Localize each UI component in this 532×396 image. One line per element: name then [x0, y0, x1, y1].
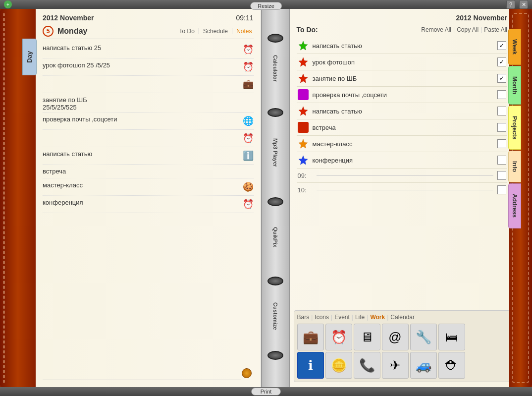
tab-todo[interactable]: To Do: [177, 27, 196, 35]
alarm-icon: ⏰: [243, 44, 254, 55]
icon-coin[interactable]: 🪙: [325, 352, 352, 379]
spine-label-mp3[interactable]: Mp3 Player: [262, 123, 289, 182]
ring-mid2: [267, 197, 283, 206]
star-green-icon: [298, 40, 309, 51]
spine-label-calculator[interactable]: Calculator: [262, 44, 289, 93]
todo-item-text: мастер-класс: [313, 140, 494, 148]
icon-helmet[interactable]: ⛑: [438, 352, 465, 379]
bar-tab-bars[interactable]: Bars: [297, 314, 310, 321]
icons-bar: Bars | Icons | Event | Life | Work | Cal…: [294, 310, 511, 382]
todo-item-text: проверка почты ,соцсети: [313, 91, 494, 99]
spine-label-customize[interactable]: Customize: [262, 291, 289, 341]
top-bar-left: +: [4, 0, 12, 8]
todo-checkbox[interactable]: ✓: [497, 74, 506, 83]
task-item: написать статью ℹ️: [43, 147, 254, 165]
right-tabs: Week Month Projects Info Address: [508, 29, 521, 228]
remove-all-button[interactable]: Remove All: [421, 26, 451, 33]
bar-tab-work[interactable]: Work: [370, 314, 385, 321]
time-line: [317, 190, 494, 190]
todo-item: проверка почты ,соцсети: [297, 87, 508, 103]
nav-circle[interactable]: [242, 368, 252, 378]
todo-checkbox[interactable]: [497, 123, 506, 132]
square-purple-icon: [298, 89, 309, 100]
todo-item-text: конференция: [313, 157, 494, 164]
task-text: мастер-класс: [43, 181, 239, 189]
todo-checkbox[interactable]: [497, 107, 506, 115]
tab-address[interactable]: Address: [508, 183, 521, 228]
ring-mid3: [267, 277, 283, 285]
tab-projects[interactable]: Projects: [508, 106, 521, 150]
right-date: 2012 November: [456, 14, 507, 22]
todo-checkbox[interactable]: ✓: [497, 41, 506, 50]
tab-notes[interactable]: Notes: [235, 27, 253, 35]
time-line: [317, 175, 494, 176]
task-text: проверка почты ,соцсети: [43, 115, 239, 123]
svg-marker-4: [299, 139, 308, 148]
icon-briefcase[interactable]: 💼: [297, 324, 324, 350]
ring-mid1: [267, 108, 283, 117]
svg-marker-3: [299, 107, 308, 115]
todo-checkbox[interactable]: [497, 156, 506, 165]
icon-car[interactable]: 🚙: [410, 352, 437, 379]
day-name: Monday: [57, 27, 87, 36]
icon-phone[interactable]: 📞: [354, 352, 380, 379]
bar-tab-icons[interactable]: Icons: [315, 314, 329, 321]
bottom-bar: Print: [0, 387, 532, 396]
cookie-icon: 🍪: [243, 181, 254, 192]
stitch-left: [3, 13, 5, 383]
task-item: мастер-класс 🍪: [43, 178, 254, 196]
spine-label-quikpix[interactable]: QuikPix: [262, 212, 289, 262]
todo-actions: Remove All | Copy All | Paste All: [421, 26, 507, 33]
task-item: проверка почты ,соцсети 🌐: [43, 113, 254, 130]
left-page: 2012 November 09:11 5 Monday To Do | Sch…: [36, 9, 261, 387]
leather-left-cover: Day: [0, 9, 36, 387]
print-button[interactable]: Print: [251, 388, 281, 396]
globe-icon: 🌐: [243, 115, 254, 126]
left-time: 09:11: [236, 14, 253, 22]
icon-plane[interactable]: ✈: [382, 352, 409, 379]
bottom-line: [43, 380, 241, 380]
task-text: занятие по ШБ: [43, 96, 254, 104]
tab-schedule[interactable]: Schedule: [202, 27, 229, 35]
todo-item: написать статью ✓: [297, 38, 508, 54]
todo-checkbox[interactable]: [497, 139, 506, 148]
svg-marker-2: [299, 74, 308, 83]
todo-item: встреча: [297, 119, 508, 136]
icon-bed[interactable]: 🛏: [438, 324, 465, 350]
bar-tab-life[interactable]: Life: [355, 314, 365, 321]
todo-checkbox[interactable]: ✓: [497, 57, 506, 66]
right-page: 2012 November To Do: Remove All | Copy A…: [290, 9, 515, 387]
resize-button[interactable]: Resize: [250, 2, 282, 10]
tab-week[interactable]: Week: [508, 29, 521, 65]
tab-day[interactable]: Day: [22, 39, 37, 75]
icon-clock[interactable]: ⏰: [325, 324, 352, 350]
icon-info[interactable]: ℹ: [297, 352, 324, 379]
time-checkbox[interactable]: [497, 171, 506, 180]
todo-item-text: урок фотошоп: [313, 58, 494, 66]
close-button[interactable]: ✕: [519, 0, 528, 9]
tab-info[interactable]: Info: [508, 151, 521, 182]
copy-all-button[interactable]: Copy All: [457, 26, 479, 33]
star-red-icon: [298, 57, 309, 67]
task-text: написать статью: [43, 150, 239, 158]
todo-item: мастер-класс: [297, 136, 508, 152]
task-item: написать статью 25 ⏰: [43, 41, 254, 58]
todo-item-text: занятие по ШБ: [313, 75, 494, 82]
time-label: 10:: [298, 186, 313, 194]
icon-wrench[interactable]: 🔧: [410, 324, 437, 350]
todo-item-text: встреча: [313, 124, 494, 131]
icon-monitor[interactable]: 🖥: [354, 324, 380, 350]
spine: Calculator Mp3 Player QuikPix Customize: [261, 9, 290, 387]
bar-tab-event[interactable]: Event: [334, 314, 350, 321]
help-button[interactable]: ?: [506, 0, 515, 9]
time-checkbox[interactable]: [497, 185, 506, 194]
tab-month[interactable]: Month: [508, 66, 521, 105]
add-button[interactable]: +: [4, 0, 12, 8]
page-nav-right[interactable]: [242, 368, 252, 378]
paste-all-button[interactable]: Paste All: [484, 26, 507, 33]
todo-checkbox[interactable]: [497, 90, 506, 99]
icon-at[interactable]: @: [382, 324, 409, 350]
icons-bar-tabs: Bars | Icons | Event | Life | Work | Cal…: [297, 314, 507, 321]
bar-tab-calendar[interactable]: Calendar: [390, 314, 415, 321]
task-text: написать статью 25: [43, 44, 239, 52]
